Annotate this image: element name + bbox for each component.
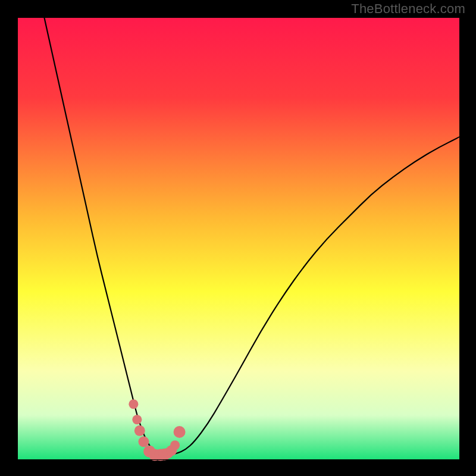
curve-marker [138,436,149,447]
plot-background [18,18,459,459]
chart-container: TheBottleneck.com [0,0,476,476]
curve-marker [174,426,186,438]
curve-marker [170,440,180,450]
curve-marker [132,415,142,424]
curve-marker [134,425,145,436]
bottleneck-curve-chart [0,0,476,476]
curve-marker [129,399,138,409]
